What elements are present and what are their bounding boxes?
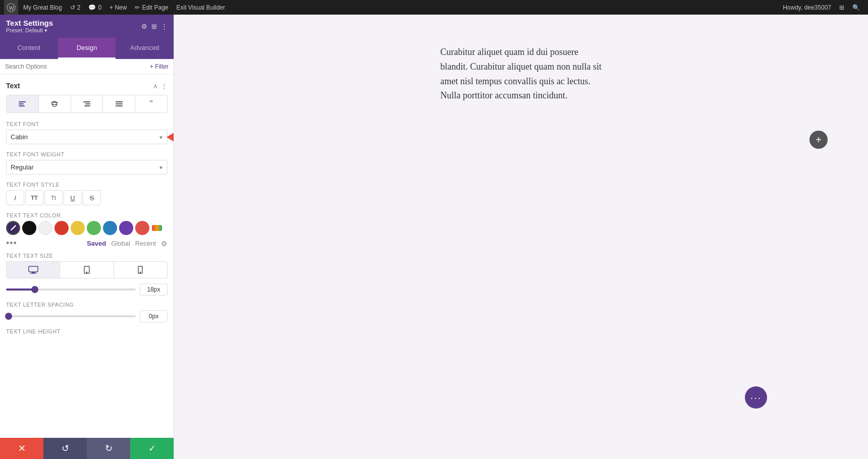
color-settings-icon[interactable]: ⚙	[161, 240, 168, 248]
color-swatch-white[interactable]	[38, 221, 52, 235]
collapse-icon[interactable]: ∧	[153, 82, 158, 90]
floating-menu-button[interactable]: ···	[745, 386, 767, 409]
edit-page-bar-item[interactable]: ✏ Edit Page	[131, 0, 172, 15]
letter-spacing-label: Text Letter Spacing	[6, 302, 168, 308]
cancel-button[interactable]: ✕	[0, 438, 43, 459]
text-section-header: Text ∧ ⋮	[6, 82, 168, 90]
align-left-btn[interactable]	[7, 95, 39, 112]
comments-bar-item[interactable]: 💬 0	[84, 0, 105, 15]
tablet-size-btn[interactable]	[60, 262, 114, 278]
redo-icon: ↻	[105, 443, 113, 454]
comments-icon: 💬	[88, 4, 96, 11]
layout-icon[interactable]: ⊞	[151, 23, 157, 30]
capitalize-btn[interactable]: Tt	[44, 190, 63, 205]
section-controls: ∧ ⋮	[153, 82, 168, 90]
uppercase-btn[interactable]: TT	[25, 190, 43, 205]
text-font-style-label: Text Font Style	[6, 182, 168, 188]
redo-button[interactable]: ↻	[87, 438, 130, 459]
mobile-size-btn[interactable]	[114, 262, 167, 278]
svg-rect-8	[83, 101, 90, 102]
arrow-head	[167, 132, 174, 143]
align-justify-btn[interactable]	[103, 95, 135, 112]
align-center-btn[interactable]	[39, 95, 71, 112]
more-options-icon[interactable]: ⋮	[161, 23, 168, 30]
settings-icon[interactable]: ⚙	[141, 23, 147, 30]
size-slider-fill	[6, 289, 35, 291]
color-swatch-red[interactable]	[55, 221, 69, 235]
main-layout: Text Settings Preset: Default ▾ ⚙ ⊞ ⋮ Co…	[0, 15, 868, 459]
section-more-icon[interactable]: ⋮	[161, 82, 168, 90]
revisions-count: 2	[77, 4, 81, 11]
svg-rect-15	[29, 266, 38, 272]
color-tab-recent[interactable]: Recent	[135, 240, 156, 247]
italic-btn[interactable]: I	[6, 190, 24, 205]
save-icon: ✓	[148, 443, 156, 454]
new-bar-item[interactable]: + New	[105, 0, 131, 15]
exit-builder-label: Exit Visual Builder	[176, 4, 225, 11]
pencil-icon: ✏	[135, 4, 140, 11]
color-tab-global[interactable]: Global	[111, 240, 130, 247]
size-devices-group	[6, 261, 168, 278]
filter-button[interactable]: + Filter	[150, 63, 169, 70]
font-weight-select[interactable]: Regular Thin Light Medium Bold	[6, 160, 168, 175]
eyedropper-swatch[interactable]	[6, 221, 20, 235]
undo-icon: ↺	[62, 443, 69, 454]
panel-title: Text Settings	[6, 19, 53, 27]
tab-advanced[interactable]: Advanced	[116, 38, 174, 59]
color-swatch-black[interactable]	[22, 221, 36, 235]
underline-btn[interactable]: U	[64, 190, 82, 205]
revisions-bar-item[interactable]: ↺ 2	[66, 0, 85, 15]
wp-admin-bar: W My Great Blog ↺ 2 💬 0 + New ✏ Edit Pag…	[0, 0, 868, 15]
site-name-bar-item[interactable]: My Great Blog	[19, 0, 66, 15]
search-input[interactable]	[5, 63, 146, 70]
panel-header: Text Settings Preset: Default ▾ ⚙ ⊞ ⋮	[0, 15, 174, 38]
align-right-btn[interactable]	[71, 95, 103, 112]
panel-tabs: Content Design Advanced	[0, 38, 174, 59]
size-slider-track[interactable]	[6, 289, 136, 291]
text-color-label: Text Text Color	[6, 212, 168, 218]
exit-builder-bar-item[interactable]: Exit Visual Builder	[172, 0, 229, 15]
color-more-btn[interactable]: •••	[6, 238, 17, 249]
font-weight-select-wrapper: Regular Thin Light Medium Bold ▼	[6, 160, 168, 175]
color-swatch-pink[interactable]	[135, 221, 149, 235]
color-swatch-blue[interactable]	[103, 221, 117, 235]
color-tab-saved[interactable]: Saved	[87, 240, 106, 247]
color-swatch-yellow[interactable]	[71, 221, 85, 235]
letter-spacing-slider-track[interactable]	[6, 315, 136, 317]
color-swatch-green[interactable]	[87, 221, 101, 235]
svg-rect-12	[116, 103, 123, 104]
search-bar: + Filter	[0, 59, 174, 75]
save-button[interactable]: ✓	[130, 438, 174, 459]
color-swatches-row	[6, 221, 168, 235]
svg-rect-17	[30, 273, 36, 274]
tab-design[interactable]: Design	[58, 38, 116, 59]
size-slider-thumb[interactable]	[31, 286, 38, 293]
letter-spacing-slider-row: 0px	[6, 310, 168, 322]
letter-spacing-thumb[interactable]	[5, 313, 12, 320]
svg-rect-14	[152, 225, 162, 231]
canvas-body-text[interactable]: Curabitur aliquet quam id dui posuere bl…	[441, 45, 602, 103]
size-slider-value[interactable]: 18px	[140, 283, 168, 296]
color-swatch-purple[interactable]	[119, 221, 133, 235]
gradient-picker-icon[interactable]	[151, 222, 162, 234]
panel-preset[interactable]: Preset: Default ▾	[6, 27, 53, 34]
add-content-button[interactable]: +	[809, 131, 828, 149]
user-text: Howdy, dee35007	[783, 4, 831, 11]
text-font-weight-label: Text Font Weight	[6, 151, 168, 157]
search-admin-icon[interactable]: 🔍	[848, 0, 864, 15]
font-select[interactable]: Cabin	[6, 130, 168, 144]
strikethrough-btn[interactable]: S	[83, 190, 101, 205]
panel-content: Text ∧ ⋮	[0, 75, 174, 438]
screen-options-icon[interactable]: ⊞	[835, 0, 848, 15]
align-quote-btn[interactable]: "	[135, 95, 167, 112]
tab-content[interactable]: Content	[0, 38, 58, 59]
svg-rect-10	[84, 105, 90, 106]
edit-page-label: Edit Page	[142, 4, 168, 11]
desktop-size-btn[interactable]	[7, 262, 60, 278]
letter-spacing-value[interactable]: 0px	[140, 310, 168, 322]
svg-rect-9	[85, 103, 90, 104]
user-label[interactable]: Howdy, dee35007	[779, 0, 835, 15]
svg-rect-16	[32, 272, 35, 273]
undo-button[interactable]: ↺	[43, 438, 87, 459]
wp-logo-icon[interactable]: W	[4, 0, 18, 15]
